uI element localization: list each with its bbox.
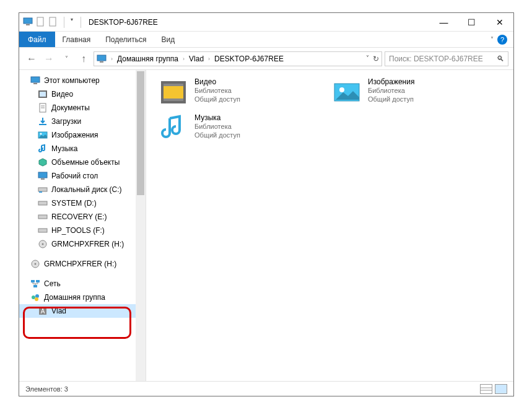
computer-icon: [30, 76, 40, 85]
navigation-pane[interactable]: Этот компьютер Видео Документы Загрузки …: [19, 70, 146, 381]
homegroup-icon: [30, 292, 40, 302]
picture-icon: [38, 130, 48, 140]
view-switcher: [480, 384, 507, 394]
view-details-button[interactable]: [480, 384, 492, 394]
svg-rect-21: [38, 215, 47, 219]
sidebar-scrollbar[interactable]: [136, 70, 146, 381]
svg-rect-0: [24, 18, 32, 24]
sidebar-item-pictures[interactable]: Изображения: [19, 128, 146, 142]
separator: [64, 17, 64, 28]
blank-doc-icon: [48, 17, 58, 27]
sidebar-item-drive-c[interactable]: Локальный диск (C:): [19, 183, 146, 196]
folder-item-pictures[interactable]: Изображения Библиотека Общий доступ: [332, 77, 481, 107]
ribbon-right-controls: ˅ ?: [491, 32, 513, 47]
svg-rect-16: [38, 172, 47, 178]
ribbon-expand-icon[interactable]: ˅: [491, 36, 494, 43]
explorer-window: ▾ DESKTOP-6J67REE — ☐ ✕ Файл Главная Под…: [19, 12, 514, 396]
address-dropdown-icon[interactable]: ˅: [366, 55, 369, 63]
ribbon-tab-home[interactable]: Главная: [55, 32, 98, 47]
sidebar-item-downloads[interactable]: Загрузки: [19, 115, 146, 128]
folder-item-music[interactable]: Музыка Библиотека Общий доступ: [159, 113, 307, 143]
titlebar[interactable]: ▾ DESKTOP-6J67REE — ☐ ✕: [19, 13, 513, 32]
svg-rect-28: [36, 280, 40, 282]
chevron-right-icon[interactable]: ›: [208, 56, 210, 62]
drive-icon: [38, 198, 48, 208]
svg-rect-22: [38, 229, 47, 232]
refresh-icon[interactable]: ↻: [373, 55, 379, 63]
help-icon[interactable]: ?: [497, 35, 507, 45]
items-view[interactable]: Видео Библиотека Общий доступ Изображени…: [146, 70, 513, 381]
sidebar-item-videos[interactable]: Видео: [19, 87, 146, 101]
recent-locations-button[interactable]: ˅: [59, 51, 74, 66]
ribbon-tab-view[interactable]: Вид: [154, 32, 182, 47]
sidebar-item-drive-e[interactable]: RECOVERY (E:): [19, 210, 146, 224]
sidebar-item-drive-f[interactable]: HP_TOOLS (F:): [19, 224, 146, 237]
up-button[interactable]: ↑: [76, 51, 91, 66]
svg-rect-6: [31, 77, 40, 82]
svg-rect-5: [100, 61, 103, 63]
disc-icon: [30, 259, 40, 269]
window-controls: — ☐ ✕: [430, 13, 513, 32]
search-icon[interactable]: 🔍︎: [497, 55, 504, 63]
maximize-button[interactable]: ☐: [458, 13, 486, 32]
svg-rect-2: [37, 17, 43, 26]
svg-rect-37: [164, 84, 183, 86]
svg-point-31: [35, 294, 39, 298]
forward-button[interactable]: →: [41, 51, 56, 66]
sidebar-this-pc[interactable]: Этот компьютер: [19, 74, 146, 87]
svg-rect-27: [31, 280, 35, 282]
video-icon: [38, 89, 48, 99]
music-folder-icon: [159, 113, 188, 143]
search-placeholder: Поиск: DESKTOP-6J67REE: [389, 55, 483, 63]
sidebar-user-vlad[interactable]: AVlad: [19, 304, 146, 318]
breadcrumb-item[interactable]: Vlad: [189, 55, 204, 63]
address-bar[interactable]: › Домашняя группа › Vlad › DESKTOP-6J67R…: [94, 51, 382, 66]
svg-rect-13: [39, 124, 46, 125]
chevron-right-icon[interactable]: ›: [111, 56, 113, 62]
navigation-bar: ← → ˅ ↑ › Домашняя группа › Vlad › DESKT…: [19, 48, 513, 70]
sidebar-item-desktop[interactable]: Рабочий стол: [19, 169, 146, 183]
svg-rect-17: [41, 178, 45, 180]
drive-icon: [38, 225, 48, 235]
document-icon: [38, 103, 48, 113]
svg-rect-19: [39, 191, 42, 193]
svg-point-26: [35, 263, 37, 265]
svg-point-15: [40, 133, 42, 135]
sidebar-item-drive-h-root[interactable]: GRMCHPXFRER (H:): [19, 257, 146, 271]
sidebar-item-3d-objects[interactable]: Объемные объекты: [19, 155, 146, 169]
minimize-button[interactable]: —: [430, 13, 458, 32]
qat-dropdown-icon[interactable]: ▾: [71, 17, 73, 28]
back-button[interactable]: ←: [24, 51, 39, 66]
drive-icon: [38, 185, 48, 195]
svg-point-32: [35, 297, 38, 301]
scrollbar-thumb[interactable]: [137, 71, 144, 195]
svg-rect-36: [164, 84, 183, 101]
search-input[interactable]: Поиск: DESKTOP-6J67REE 🔍︎: [385, 51, 508, 66]
window-title: DESKTOP-6J67REE: [89, 18, 158, 27]
video-folder-icon: [159, 77, 188, 107]
view-large-button[interactable]: [495, 384, 507, 394]
status-bar: Элементов: 3: [19, 381, 513, 396]
pictures-folder-icon: [332, 77, 362, 107]
sidebar-homegroup[interactable]: Домашняя группа: [19, 291, 146, 304]
computer-icon: [97, 54, 107, 64]
sidebar-item-drive-d[interactable]: SYSTEM (D:): [19, 196, 146, 210]
svg-rect-29: [33, 285, 37, 287]
breadcrumb-item[interactable]: Домашняя группа: [117, 55, 178, 63]
sidebar-network[interactable]: Сеть: [19, 277, 146, 291]
sidebar-item-documents[interactable]: Документы: [19, 101, 146, 115]
chevron-right-icon[interactable]: ›: [183, 56, 185, 62]
separator: [81, 17, 81, 28]
close-button[interactable]: ✕: [486, 13, 513, 32]
network-icon: [30, 279, 40, 289]
svg-point-30: [32, 295, 35, 299]
folder-item-videos[interactable]: Видео Библиотека Общий доступ: [159, 77, 307, 107]
breadcrumb-item[interactable]: DESKTOP-6J67REE: [214, 55, 284, 63]
sidebar-item-drive-h[interactable]: GRMCHPXFRER (H:): [19, 237, 146, 251]
sidebar-item-music[interactable]: Музыка: [19, 142, 146, 155]
ribbon-file-tab[interactable]: Файл: [19, 32, 55, 47]
ribbon-tab-share[interactable]: Поделиться: [98, 32, 154, 47]
blank-doc-icon: [35, 17, 45, 27]
disc-icon: [38, 239, 48, 249]
svg-rect-18: [38, 188, 47, 191]
